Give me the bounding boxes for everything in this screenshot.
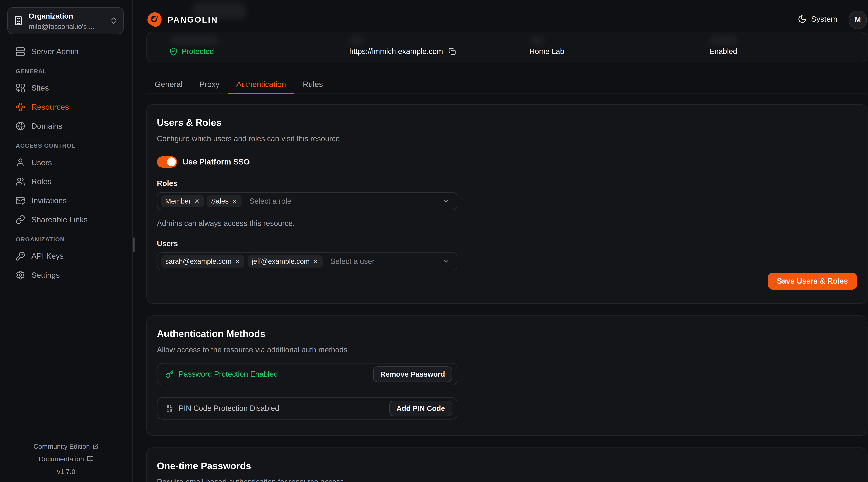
resource-info-card: Protected https://immich.example.com Hom… [146,32,868,62]
resource-url: https://immich.example.com [349,46,507,57]
sidebar-nav: Server Admin GENERAL Sites Resources Dom… [0,45,132,282]
gear-icon [16,270,25,280]
server-icon [16,47,25,56]
otp-subtitle: Require email-based authentication for r… [157,478,857,482]
sidebar-item-roles[interactable]: Roles [0,175,132,188]
sidebar-item-shareable-links[interactable]: Shareable Links [0,213,132,226]
user-tag-sarah: sarah@example.com [161,255,244,267]
remove-user-jeff-icon[interactable] [312,258,319,265]
sidebar-item-sites[interactable]: Sites [0,81,132,95]
auth-methods-subtitle: Allow access to the resource via additio… [157,346,857,354]
user-icon [16,158,25,167]
sidebar-item-users[interactable]: Users [0,156,132,169]
user-tag-jeff: jeff@example.com [248,255,322,267]
pin-protection-row: PIN Code Protection Disabled Add PIN Cod… [157,397,457,420]
remove-user-sarah-icon[interactable] [235,258,241,265]
resource-site: Home Lab [529,46,687,57]
redacted-status-label [169,37,219,44]
sidebar-item-resources[interactable]: Resources [0,100,132,114]
pangolin-mark-icon [146,11,163,28]
resource-status: Protected [169,46,327,57]
waypoints-icon [16,102,25,112]
redacted-site-label [529,37,544,44]
book-open-icon [87,456,94,462]
app-root: Organization milo@fossorial.io's ... Ser… [0,0,868,482]
tab-proxy[interactable]: Proxy [191,75,228,94]
remove-role-member-icon[interactable] [194,198,200,204]
platform-sso-label: Use Platform SSO [183,157,250,166]
sidebar-footer: Community Edition Documentation v1.7.0 [0,433,132,482]
moon-icon [798,14,807,24]
users-roles-title: Users & Roles [157,117,857,129]
sidebar: Organization milo@fossorial.io's ... Ser… [0,0,133,482]
resource-tabs: General Proxy Authentication Rules [146,75,868,94]
platform-sso-toggle[interactable] [157,156,177,168]
building-icon [13,15,24,26]
binary-icon [165,404,174,413]
roles-select[interactable]: Member Sales Select a role [157,192,457,210]
redacted-url-label [349,37,364,44]
save-users-roles-button[interactable]: Save Users & Roles [768,273,857,290]
role-tag-member: Member [161,195,204,207]
sidebar-item-invitations[interactable]: Invitations [0,194,132,207]
link-icon [16,215,25,224]
section-label-general: GENERAL [0,68,132,75]
redacted-enabled-label [709,37,737,44]
remove-password-button[interactable]: Remove Password [373,366,453,382]
sidebar-item-settings[interactable]: Settings [0,268,132,282]
key-icon [165,370,174,378]
role-tag-sales: Sales [207,195,242,207]
redacted-resource-title [192,3,246,19]
chevron-down-icon [442,257,450,265]
org-value: milo@fossorial.io's ... [28,23,94,31]
users-roles-card: Users & Roles Configure which users and … [146,104,868,303]
key-round-icon [16,251,25,261]
sidebar-item-server-admin[interactable]: Server Admin [0,45,132,58]
section-label-organization: ORGANIZATION [0,236,132,243]
add-pin-code-button[interactable]: Add PIN Code [389,400,452,416]
resource-enabled: Enabled [709,46,867,57]
tab-rules[interactable]: Rules [294,75,331,94]
chevron-down-icon [442,197,450,205]
otp-card: One-time Passwords Require email-based a… [146,447,868,482]
users-roles-subtitle: Configure which users and roles can visi… [157,134,857,143]
combine-icon [16,83,25,93]
roles-note: Admins can always access this resource. [157,219,857,228]
users-select[interactable]: sarah@example.com jeff@example.com Selec… [157,252,457,270]
mail-check-icon [16,196,25,205]
section-label-access-control: ACCESS CONTROL [0,142,132,149]
copy-icon[interactable] [448,48,456,55]
tab-authentication[interactable]: Authentication [228,75,294,94]
external-link-icon [93,443,99,450]
roles-field-label: Roles [157,179,857,188]
version-label: v1.7.0 [0,468,132,476]
chevrons-up-down-icon [110,17,118,25]
users-field-label: Users [157,239,857,248]
user-avatar[interactable]: M [848,10,867,29]
remove-role-sales-icon[interactable] [231,198,238,204]
org-switcher[interactable]: Organization milo@fossorial.io's ... [7,7,124,34]
pin-status: PIN Code Protection Disabled [165,404,389,413]
password-protection-row: Password Protection Enabled Remove Passw… [157,363,457,385]
main-content: PANGOLIN System M Protected https://immi… [133,0,868,482]
users-icon [16,177,25,186]
sidebar-item-domains[interactable]: Domains [0,119,132,133]
org-label: Organization [28,12,73,20]
auth-methods-card: Authentication Methods Allow access to t… [146,315,868,436]
documentation-link[interactable]: Documentation [0,455,132,463]
shield-check-icon [169,47,178,56]
theme-toggle[interactable]: System [798,14,837,24]
auth-methods-title: Authentication Methods [157,328,857,340]
roles-placeholder: Select a role [249,197,442,205]
sidebar-item-api-keys[interactable]: API Keys [0,249,132,263]
otp-title: One-time Passwords [157,460,857,472]
password-status: Password Protection Enabled [165,370,373,378]
globe-icon [16,121,25,131]
tab-general[interactable]: General [146,75,191,94]
users-placeholder: Select a user [330,257,442,266]
community-edition-link[interactable]: Community Edition [0,443,132,450]
